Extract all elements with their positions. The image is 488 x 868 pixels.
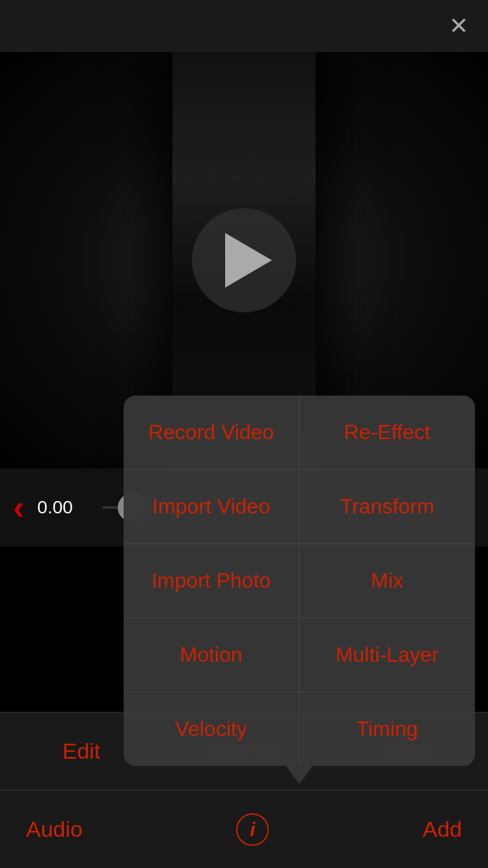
back-button[interactable]: ‹ (13, 491, 24, 524)
top-bar: ✕ (0, 0, 488, 52)
play-icon (225, 233, 272, 288)
time-display: 0.00 (37, 497, 89, 518)
menu-item-re-effect[interactable]: Re-Effect (299, 396, 475, 470)
menu-item-motion[interactable]: Motion (124, 618, 299, 692)
menu-item-import-photo[interactable]: Import Photo (124, 544, 299, 618)
popup-menu: Record VideoRe-EffectImport VideoTransfo… (124, 396, 475, 766)
play-button[interactable] (192, 208, 296, 312)
menu-grid: Record VideoRe-EffectImport VideoTransfo… (124, 396, 475, 766)
menu-item-transform[interactable]: Transform (299, 470, 475, 544)
menu-item-timing[interactable]: Timing (299, 692, 475, 766)
menu-item-velocity[interactable]: Velocity (124, 692, 299, 766)
add-button[interactable]: Add (423, 817, 463, 842)
bottom-toolbar: Audio i Add (0, 790, 488, 868)
info-button[interactable]: i (236, 813, 269, 846)
menu-item-import-video[interactable]: Import Video (124, 470, 299, 544)
close-button[interactable]: ✕ (449, 14, 468, 38)
menu-item-record-video[interactable]: Record Video (124, 396, 299, 470)
menu-item-mix[interactable]: Mix (299, 544, 475, 618)
audio-button[interactable]: Audio (26, 817, 83, 842)
menu-item-multi-layer[interactable]: Multi-Layer (299, 618, 475, 692)
